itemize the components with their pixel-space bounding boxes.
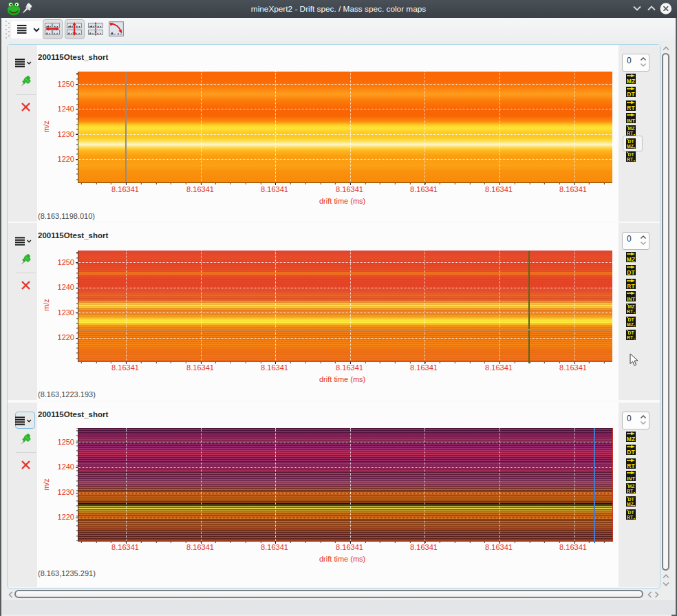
svg-text:MZ: MZ bbox=[627, 256, 635, 263]
svg-text:DT: DT bbox=[627, 269, 635, 276]
svg-text:MZ: MZ bbox=[627, 502, 634, 507]
svg-text:RT: RT bbox=[627, 105, 635, 111]
svg-text:INT: INT bbox=[627, 118, 636, 124]
svg-text:MZ: MZ bbox=[627, 436, 635, 443]
svg-text:INT: INT bbox=[627, 296, 636, 302]
svg-text:MZ: MZ bbox=[627, 78, 635, 85]
svg-text:MZ: MZ bbox=[627, 144, 634, 149]
svg-text:RT: RT bbox=[627, 309, 634, 314]
svg-text:MZ: MZ bbox=[627, 322, 634, 327]
svg-text:RT: RT bbox=[627, 463, 635, 469]
svg-text:RT: RT bbox=[627, 489, 634, 493]
svg-text:RT: RT bbox=[627, 157, 634, 162]
svg-text:RT: RT bbox=[627, 335, 634, 340]
svg-text:RT: RT bbox=[627, 131, 634, 136]
svg-text:DT: DT bbox=[627, 91, 635, 98]
svg-text:RT: RT bbox=[627, 515, 634, 520]
svg-text:INT: INT bbox=[627, 476, 636, 482]
svg-text:DT: DT bbox=[627, 449, 635, 456]
svg-text:RT: RT bbox=[627, 283, 635, 290]
